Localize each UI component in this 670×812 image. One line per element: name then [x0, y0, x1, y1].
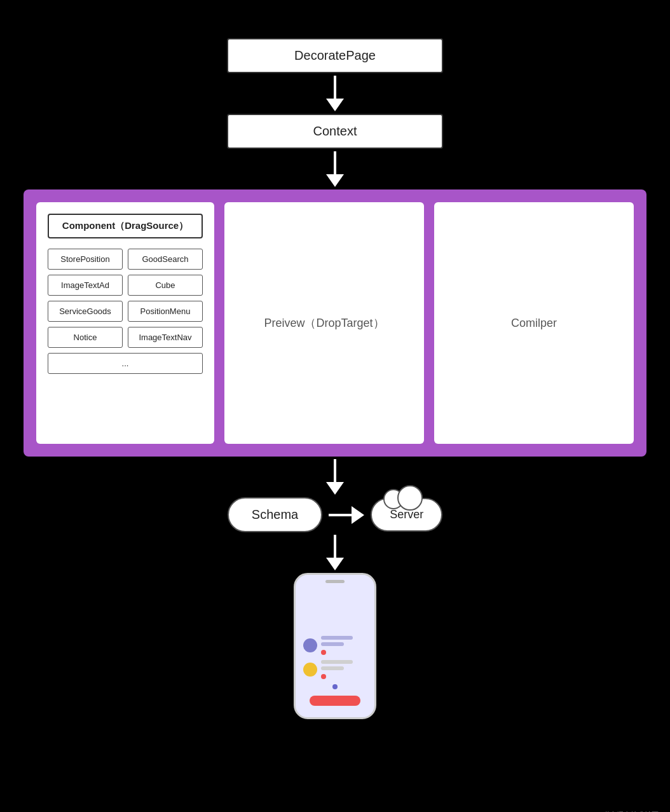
compiler-panel: Comilper: [434, 202, 634, 444]
schema-server-row: Schema Server: [228, 497, 442, 532]
component-item-imagetextad[interactable]: ImageTextAd: [48, 275, 123, 296]
purple-container: Component（DragSource） StorePosition Good…: [24, 189, 646, 457]
arrow-head-4: [326, 558, 344, 570]
arrow-right-line: [329, 514, 352, 516]
context-box: Context: [227, 114, 443, 149]
decorate-page-label: DecoratePage: [294, 48, 376, 62]
arrow-head-1: [326, 99, 344, 111]
phone-row-2: [303, 660, 367, 679]
component-panel: Component（DragSource） StorePosition Good…: [36, 202, 214, 444]
phone-avatar-1: [303, 638, 317, 652]
compiler-label: Comilper: [511, 317, 557, 330]
preview-panel: Preivew（DropTarget）: [224, 202, 424, 444]
arrow-line-3: [334, 459, 336, 482]
preview-inner: Preivew（DropTarget）: [236, 214, 413, 432]
context-label: Context: [313, 124, 357, 138]
arrow-schema-to-server: [329, 506, 364, 524]
arrow-decorate-to-context: [326, 76, 344, 111]
arrow-right-head: [352, 506, 364, 524]
component-grid: StorePosition GoodSearch ImageTextAd Cub…: [48, 249, 203, 374]
server-cloud: Server: [371, 498, 442, 532]
arrow-context-to-purple: [326, 151, 344, 187]
component-item-imagetextnav[interactable]: ImageTextNav: [128, 327, 203, 348]
phone-line-2a: [321, 660, 353, 664]
phone-center-dot: [332, 684, 338, 689]
component-item-notice[interactable]: Notice: [48, 327, 123, 348]
phone-row-1: [303, 636, 367, 655]
arrow-schema-to-phone: [326, 535, 344, 570]
component-item-ellipsis: ...: [48, 353, 203, 374]
preview-label: Preivew（DropTarget）: [264, 315, 384, 331]
component-item-positionmenu[interactable]: PositionMenu: [128, 301, 203, 322]
component-title: Component（DragSource）: [48, 214, 203, 238]
phone-line-2b: [321, 666, 344, 670]
arrow-line-1: [334, 76, 336, 99]
arrow-purple-to-schema: [326, 459, 344, 495]
bottom-section: Schema Server: [0, 457, 670, 719]
phone-avatar-2: [303, 663, 317, 677]
arrow-head-2: [326, 174, 344, 187]
diagram-wrapper: DecoratePage Context Component（DragSourc…: [0, 19, 670, 812]
component-item-goodsearch[interactable]: GoodSearch: [128, 249, 203, 270]
top-section: DecoratePage Context: [0, 38, 670, 189]
component-item-servicegoods[interactable]: ServiceGoods: [48, 301, 123, 322]
phone-line-1a: [321, 636, 353, 640]
phone-lines-1: [321, 636, 367, 655]
component-item-storeposition[interactable]: StorePosition: [48, 249, 123, 270]
compiler-inner: Comilper: [446, 214, 622, 432]
arrow-line-2: [334, 151, 336, 174]
arrow-head-3: [326, 482, 344, 495]
phone-lines-2: [321, 660, 367, 679]
schema-oval: Schema: [228, 497, 322, 532]
phone-dot-red-2: [321, 674, 326, 679]
arrow-line-4: [334, 535, 336, 558]
decorate-page-box: DecoratePage: [227, 38, 443, 73]
phone-mockup: [294, 573, 376, 719]
phone-dot-red-1: [321, 650, 326, 655]
phone-button: [310, 696, 360, 706]
component-item-cube[interactable]: Cube: [128, 275, 203, 296]
phone-line-1b: [321, 642, 344, 646]
